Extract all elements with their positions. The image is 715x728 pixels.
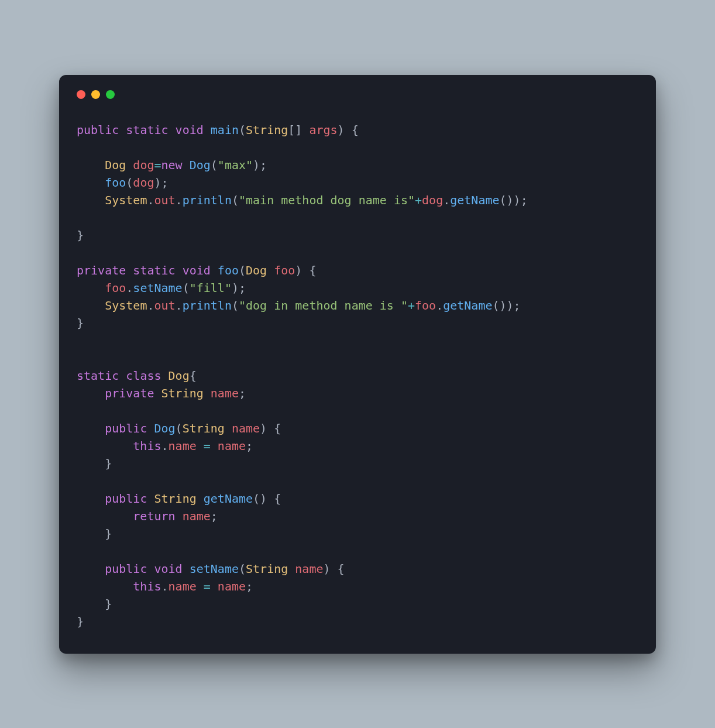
code-token — [288, 562, 295, 576]
code-token: new — [161, 158, 183, 172]
close-icon[interactable] — [77, 90, 85, 99]
code-token: ( — [232, 298, 239, 313]
code-token: this — [133, 579, 161, 593]
code-token — [154, 386, 161, 400]
code-token: setName — [133, 281, 182, 295]
code-token: "main method dog name is" — [239, 193, 415, 207]
code-token: public — [105, 492, 147, 506]
code-token — [183, 158, 190, 172]
code-token — [204, 123, 211, 137]
code-token: = — [204, 439, 211, 453]
code-token: name — [295, 562, 323, 576]
code-token — [77, 579, 133, 593]
code-token: String — [246, 562, 288, 576]
code-token: + — [408, 298, 415, 313]
code-token: "max" — [218, 158, 253, 172]
code-token — [147, 492, 154, 506]
code-token: ; — [246, 439, 253, 453]
code-token: } — [77, 228, 84, 242]
code-token — [77, 562, 105, 576]
code-token: ); — [232, 281, 246, 295]
code-token: ) { — [338, 123, 359, 137]
minimize-icon[interactable] — [91, 90, 100, 99]
code-token: ) { — [324, 562, 345, 576]
code-token: "dog in method name is " — [239, 298, 408, 313]
zoom-icon[interactable] — [106, 90, 115, 99]
code-token: { — [190, 369, 197, 383]
code-token: public — [105, 562, 147, 576]
code-token: . — [176, 193, 183, 207]
code-token: foo — [274, 263, 295, 277]
code-token: ; — [211, 509, 218, 523]
code-token — [77, 386, 105, 400]
code-token: out — [154, 193, 175, 207]
window-titlebar — [77, 90, 638, 99]
code-token: name — [183, 509, 211, 523]
code-token: this — [133, 439, 161, 453]
code-token: String — [183, 421, 225, 435]
code-token — [147, 562, 154, 576]
code-token — [176, 509, 183, 523]
code-token: foo — [218, 263, 239, 277]
code-token: } — [77, 316, 84, 330]
code-token: println — [183, 193, 232, 207]
code-token: foo — [415, 298, 436, 313]
code-token — [77, 492, 105, 506]
code-token: setName — [190, 562, 239, 576]
code-token: . — [176, 298, 183, 313]
code-block: public static void main(String[] args) {… — [77, 121, 638, 630]
code-token: name — [169, 579, 197, 593]
code-token: [] — [288, 123, 309, 137]
code-token: name — [211, 386, 239, 400]
code-token: . — [147, 298, 154, 313]
code-token: Dog — [169, 369, 190, 383]
code-token — [119, 123, 126, 137]
code-token: static — [77, 369, 119, 383]
code-token: ( — [176, 421, 183, 435]
code-token: static — [126, 123, 168, 137]
code-token: private — [105, 386, 154, 400]
code-token: println — [183, 298, 232, 313]
code-token: . — [126, 281, 133, 295]
code-token: . — [443, 193, 450, 207]
code-token: dog — [422, 193, 443, 207]
code-token — [211, 439, 218, 453]
code-token: dog — [133, 176, 154, 190]
code-token — [197, 492, 204, 506]
code-token — [77, 298, 105, 313]
code-token: Dog — [246, 263, 267, 277]
code-token: ()); — [500, 193, 528, 207]
code-token: name — [218, 579, 246, 593]
code-token: + — [415, 193, 422, 207]
code-token — [267, 263, 274, 277]
code-token — [77, 281, 105, 295]
code-token: ( — [232, 193, 239, 207]
code-token: foo — [105, 176, 126, 190]
code-token: ( — [211, 158, 218, 172]
code-token — [197, 579, 204, 593]
code-token — [197, 439, 204, 453]
code-token: void — [176, 123, 204, 137]
code-token: ) { — [295, 263, 316, 277]
code-token — [204, 386, 211, 400]
code-token: = — [154, 158, 161, 172]
code-token: Dog — [190, 158, 211, 172]
code-token — [77, 421, 105, 435]
code-token — [126, 263, 133, 277]
code-token — [77, 176, 105, 190]
code-token: ( — [126, 176, 133, 190]
code-token: } — [77, 456, 112, 471]
code-token — [77, 509, 133, 523]
code-token — [211, 263, 218, 277]
code-token: Dog — [105, 158, 126, 172]
code-token: getName — [204, 492, 253, 506]
code-token: name — [232, 421, 260, 435]
code-token: main — [211, 123, 239, 137]
code-token: . — [161, 579, 169, 593]
code-token: void — [154, 562, 182, 576]
code-token: ()); — [492, 298, 520, 313]
code-token: ) { — [260, 421, 281, 435]
code-token — [161, 369, 169, 383]
code-token: ( — [239, 263, 246, 277]
code-token: return — [133, 509, 175, 523]
